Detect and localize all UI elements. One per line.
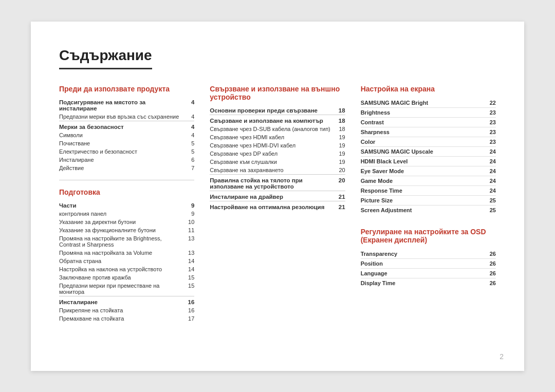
toc-label: HDMI Black Level [361, 156, 476, 166]
table-row: SAMSUNG MAGIC Upscale24 [361, 146, 496, 156]
toc-label: Response Time [361, 185, 476, 195]
table-row: Заключване против кражба15 [59, 273, 194, 282]
toc-page: 26 [461, 258, 496, 268]
toc-page: 18 [335, 106, 345, 115]
page-number: 2 [499, 352, 504, 361]
toc-page: 25 [475, 195, 496, 205]
toc-label: Предпазни мерки във връзка със съхранени… [59, 113, 184, 121]
toc-page: 25 [475, 205, 496, 215]
table-row: Свързване и използване на компютър18 [210, 115, 345, 125]
table-row: Color23 [361, 137, 496, 146]
toc-page: 11 [184, 226, 194, 234]
toc-page: 22 [475, 98, 496, 108]
section-screen-settings: Настройка на екрана SAMSUNG MAGIC Bright… [361, 85, 496, 215]
col2-section1-table: Основни проверки преди свързване18Свързв… [210, 106, 345, 211]
toc-page: 16 [184, 306, 194, 314]
toc-page: 24 [475, 156, 496, 166]
toc-label: Действие [59, 164, 184, 172]
table-row: Свързване чрез HDMI-DVI кабел19 [210, 141, 345, 150]
col3-section1-title: Настройка на екрана [361, 85, 496, 93]
toc-label: Contrast [361, 117, 476, 127]
toc-page: 7 [184, 164, 194, 172]
toc-label: Почистване [59, 139, 184, 147]
table-row: Настройване на оптимална резолюция21 [210, 201, 345, 211]
col2-section1-title: Свързване и използване на външно устройс… [210, 85, 345, 101]
page-container: Съдържание Преди да използвате продукта … [31, 22, 524, 371]
table-row: Инсталиране16 [59, 296, 194, 306]
section2-table: Части9контролния панел9Указание за дирек… [59, 201, 194, 323]
toc-label: Основни проверки преди свързване [210, 106, 335, 115]
table-row: Премахване на стойката17 [59, 314, 194, 323]
toc-page: 5 [184, 139, 194, 147]
toc-label: Language [361, 268, 461, 278]
toc-page: 4 [184, 131, 194, 139]
table-row: Предпазни мерки при преместване на монит… [59, 282, 194, 296]
section-preparation: Подготовка Части9контролния панел9Указан… [59, 188, 194, 323]
col1-divider [59, 180, 194, 180]
table-row: HDMI Black Level24 [361, 156, 496, 166]
table-row: Transparency26 [361, 249, 496, 259]
toc-page: 23 [475, 107, 496, 117]
toc-label: Свързване чрез D-SUB кабела (аналогов ти… [210, 125, 335, 133]
column-1: Преди да използвате продукта Подсигурява… [59, 85, 210, 330]
toc-label: Game Mode [361, 176, 476, 185]
toc-page: 26 [461, 268, 496, 278]
table-row: Прикрепяне на стойката16 [59, 306, 194, 314]
toc-label: Display Time [361, 278, 461, 288]
table-row: Действие7 [59, 164, 194, 172]
table-row: Обратна страна14 [59, 257, 194, 265]
section1-title: Преди да използвате продукта [59, 85, 194, 93]
table-row: SAMSUNG MAGIC Bright22 [361, 98, 496, 108]
toc-label: Заключване против кражба [59, 273, 184, 282]
toc-label: Свързване и използване на компютър [210, 115, 335, 125]
table-row: Електричество и безопасност5 [59, 147, 194, 156]
table-row: Свързване чрез HDMI кабел19 [210, 133, 345, 141]
toc-page: 24 [475, 146, 496, 156]
toc-label: Sharpness [361, 127, 476, 137]
page-title: Съдържание [59, 47, 152, 69]
toc-page: 15 [184, 273, 194, 282]
toc-page: 21 [335, 191, 345, 201]
table-row: Свързване чрез DP кабел19 [210, 150, 345, 158]
toc-page: 13 [184, 234, 194, 249]
toc-page: 20 [335, 166, 345, 175]
table-row: Правилна стойка на тялото при използване… [210, 174, 345, 191]
table-row: Промяна на настройката за Volume13 [59, 249, 194, 257]
toc-page: 14 [184, 265, 194, 273]
table-row: Промяна на настройките за Brightness, Co… [59, 234, 194, 249]
section2-title: Подготовка [59, 188, 194, 196]
toc-page: 4 [184, 98, 194, 113]
col3-section1-table: SAMSUNG MAGIC Bright22Brightness23Contra… [361, 98, 496, 215]
table-row: Display Time26 [361, 278, 496, 288]
toc-label: Свързване на захранването [210, 166, 335, 175]
toc-label: Правилна стойка на тялото при използване… [210, 174, 335, 191]
toc-label: SAMSUNG MAGIC Bright [361, 98, 476, 108]
toc-page: 10 [184, 218, 194, 226]
toc-label: Screen Adjustment [361, 205, 476, 215]
toc-label: Промяна на настройките за Brightness, Co… [59, 234, 184, 249]
toc-label: Електричество и безопасност [59, 147, 184, 156]
table-row: Основни проверки преди свързване18 [210, 106, 345, 115]
toc-label: Настройка на наклона на устройството [59, 265, 184, 273]
toc-label: SAMSUNG MAGIC Upscale [361, 146, 476, 156]
toc-label: Свързване към слушалки [210, 158, 335, 166]
toc-label: Указание за директни бутони [59, 218, 184, 226]
table-row: Picture Size25 [361, 195, 496, 205]
table-row: Screen Adjustment25 [361, 205, 496, 215]
table-row: Свързване към слушалки19 [210, 158, 345, 166]
toc-label: Инсталиране [59, 156, 184, 164]
toc-label: Свързване чрез HDMI кабел [210, 133, 335, 141]
toc-label: Настройване на оптимална резолюция [210, 201, 335, 211]
table-row: Response Time24 [361, 185, 496, 195]
table-row: Инсталиране на драйвер21 [210, 191, 345, 201]
toc-page: 19 [335, 150, 345, 158]
section-connecting: Свързване и използване на външно устройс… [210, 85, 345, 211]
toc-page: 4 [184, 121, 194, 131]
column-3: Настройка на екрана SAMSUNG MAGIC Bright… [361, 85, 496, 295]
toc-page: 26 [461, 249, 496, 259]
toc-label: Brightness [361, 107, 476, 117]
toc-page: 18 [335, 125, 345, 133]
toc-label: Подсигуряване на мястото за инсталиране [59, 98, 184, 113]
toc-page: 15 [184, 282, 194, 296]
toc-page: 23 [475, 137, 496, 146]
